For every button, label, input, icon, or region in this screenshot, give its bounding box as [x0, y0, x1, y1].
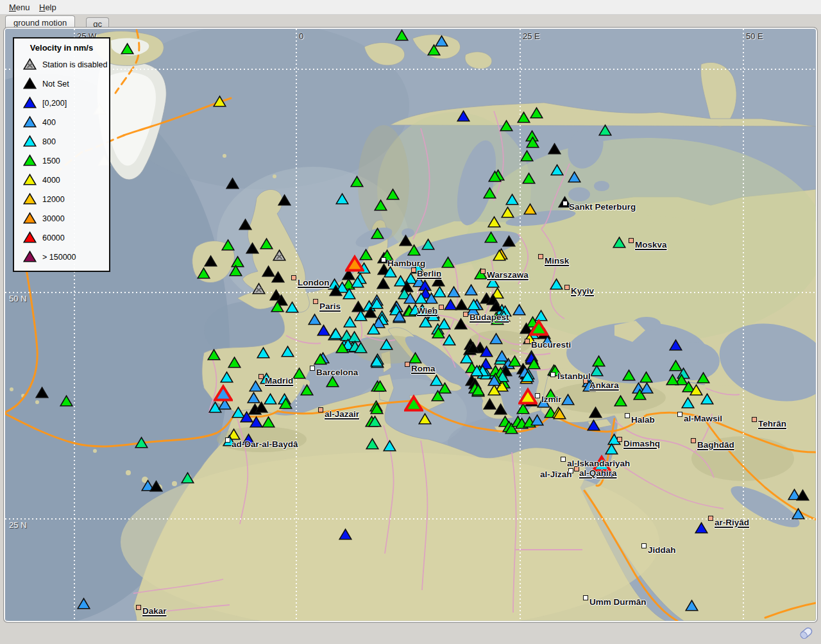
station-marker[interactable]	[613, 236, 626, 248]
station-marker[interactable]	[470, 364, 484, 377]
station-marker[interactable]	[502, 235, 516, 247]
station-marker[interactable]	[791, 507, 805, 520]
station-marker[interactable]	[640, 382, 654, 394]
station-marker[interactable]	[484, 231, 498, 243]
station-marker[interactable]	[796, 489, 809, 501]
station-marker[interactable]	[373, 380, 387, 392]
station-marker[interactable]	[530, 414, 544, 426]
station-marker[interactable]	[300, 384, 314, 396]
station-marker[interactable]	[700, 393, 714, 405]
station-marker[interactable]	[669, 339, 682, 351]
station-marker[interactable]	[220, 371, 233, 383]
station-marker[interactable]	[271, 300, 284, 312]
station-marker[interactable]	[419, 316, 432, 328]
menu-item-menu[interactable]: Menu	[5, 1, 34, 13]
station-marker[interactable]	[386, 188, 400, 200]
station-marker[interactable]	[393, 310, 406, 322]
station-marker[interactable]	[285, 301, 299, 313]
menu-item-help[interactable]: Help	[35, 1, 60, 13]
station-marker[interactable]	[249, 380, 262, 392]
station-marker[interactable]	[404, 394, 423, 412]
station-marker[interactable]	[418, 412, 432, 425]
station-marker[interactable]	[250, 416, 263, 428]
station-marker[interactable]	[149, 480, 163, 492]
station-marker[interactable]	[530, 106, 543, 119]
station-marker[interactable]	[681, 396, 695, 409]
station-marker[interactable]	[598, 124, 612, 136]
station-marker[interactable]	[443, 334, 456, 346]
station-marker[interactable]	[505, 193, 519, 205]
station-marker[interactable]	[493, 249, 506, 261]
station-marker[interactable]	[374, 199, 387, 211]
station-marker[interactable]	[339, 528, 352, 540]
station-marker[interactable]	[553, 407, 566, 419]
station-marker[interactable]	[229, 264, 242, 276]
station-marker[interactable]	[239, 218, 252, 230]
station-marker[interactable]	[441, 256, 455, 268]
station-marker[interactable]	[464, 284, 478, 296]
station-marker[interactable]	[197, 267, 210, 279]
station-marker[interactable]	[614, 394, 627, 407]
station-marker[interactable]	[370, 355, 384, 367]
station-marker[interactable]	[181, 471, 194, 484]
station-marker[interactable]	[457, 110, 470, 122]
station-marker[interactable]	[605, 443, 618, 455]
station-marker[interactable]	[204, 255, 217, 267]
station-marker[interactable]	[697, 371, 710, 384]
station-marker[interactable]	[207, 348, 221, 360]
station-marker[interactable]	[587, 419, 600, 431]
station-marker[interactable]	[695, 521, 708, 534]
station-marker[interactable]	[466, 341, 480, 353]
station-marker[interactable]	[77, 597, 90, 609]
station-marker[interactable]	[529, 319, 548, 336]
station-marker[interactable]	[271, 271, 285, 283]
station-marker[interactable]	[523, 203, 537, 215]
station-marker[interactable]	[489, 332, 503, 344]
station-marker[interactable]	[666, 373, 679, 386]
station-marker[interactable]	[273, 249, 286, 261]
station-marker[interactable]	[292, 367, 306, 379]
station-marker[interactable]	[255, 401, 268, 413]
station-marker[interactable]	[213, 95, 226, 107]
station-marker[interactable]	[622, 369, 636, 381]
station-marker[interactable]	[135, 436, 148, 448]
station-marker[interactable]	[278, 194, 291, 206]
map-view[interactable]: 25 W025 E50 E50 N25 N LondonParisMadridB…	[4, 28, 817, 622]
station-marker[interactable]	[371, 227, 384, 239]
station-marker[interactable]	[568, 171, 581, 183]
station-marker[interactable]	[380, 338, 393, 350]
station-marker[interactable]	[351, 276, 364, 288]
station-marker[interactable]	[377, 277, 390, 289]
station-marker[interactable]	[214, 384, 233, 402]
station-marker[interactable]	[454, 318, 468, 330]
station-marker[interactable]	[480, 345, 493, 357]
station-marker[interactable]	[548, 142, 561, 155]
station-marker[interactable]	[521, 370, 534, 382]
station-marker[interactable]	[228, 356, 241, 368]
station-marker[interactable]	[427, 44, 441, 56]
station-marker[interactable]	[335, 192, 349, 205]
station-marker[interactable]	[262, 416, 275, 428]
station-marker[interactable]	[395, 29, 409, 41]
station-marker[interactable]	[471, 384, 485, 396]
station-marker[interactable]	[467, 298, 480, 310]
station-marker[interactable]	[335, 341, 349, 353]
station-marker[interactable]	[383, 439, 396, 452]
station-marker[interactable]	[488, 170, 502, 182]
station-marker[interactable]	[421, 238, 435, 250]
station-marker[interactable]	[512, 303, 526, 316]
station-marker[interactable]	[501, 206, 514, 218]
station-marker[interactable]	[367, 323, 380, 335]
station-marker[interactable]	[60, 394, 73, 407]
station-marker[interactable]	[685, 599, 698, 611]
station-marker[interactable]	[221, 239, 235, 251]
station-marker[interactable]	[550, 164, 564, 176]
station-marker[interactable]	[500, 119, 513, 131]
station-marker[interactable]	[368, 415, 382, 427]
station-marker[interactable]	[447, 285, 461, 298]
station-marker[interactable]	[483, 187, 496, 199]
station-marker[interactable]	[226, 177, 239, 189]
station-marker[interactable]	[354, 341, 368, 353]
station-marker[interactable]	[589, 406, 602, 418]
station-marker[interactable]	[35, 386, 49, 398]
